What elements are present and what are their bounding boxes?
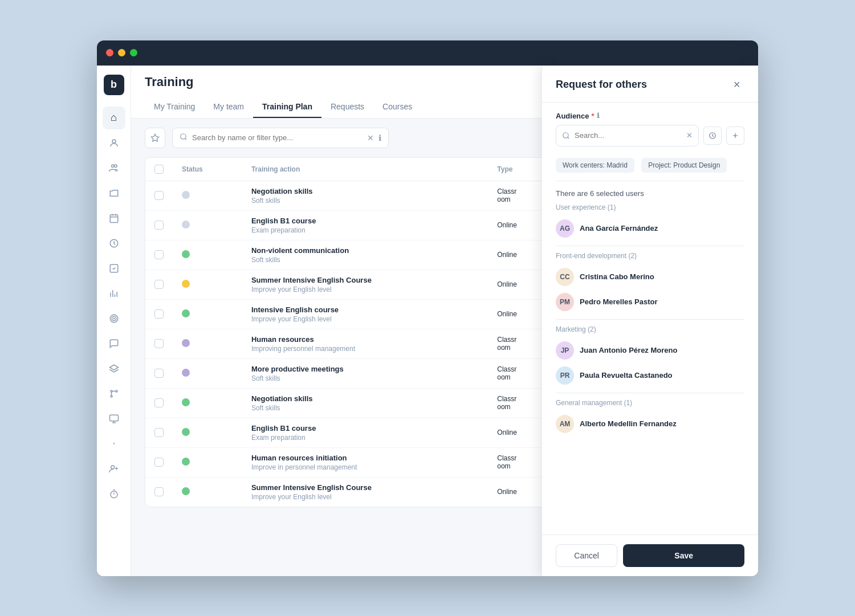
favorites-button[interactable] — [145, 128, 165, 148]
row-checkbox-5[interactable] — [154, 339, 164, 348]
app-logo: b — [104, 75, 124, 95]
training-sub-9: Improve in personnel management — [251, 463, 479, 471]
required-indicator: * — [592, 112, 595, 120]
fullscreen-traffic-light[interactable] — [130, 49, 137, 56]
save-button[interactable]: Save — [623, 544, 744, 567]
training-sub-0: Soft skills — [251, 197, 479, 205]
status-dot-8 — [182, 428, 190, 436]
select-all-checkbox[interactable] — [154, 165, 164, 174]
panel-body: Audience * ℹ ✕ — [542, 103, 758, 535]
col-status: Status — [173, 158, 242, 181]
group-label-1: Front-end development (2) — [556, 252, 744, 260]
user-avatar-2-1: PR — [556, 366, 574, 385]
sidebar-item-chat[interactable] — [103, 332, 125, 355]
sidebar-item-timer[interactable] — [103, 483, 125, 505]
row-checkbox-6[interactable] — [154, 369, 164, 378]
audience-clock-button[interactable] — [703, 127, 722, 145]
training-sub-3: Improve your English level — [251, 285, 479, 293]
audience-search-input[interactable] — [575, 131, 682, 140]
panel-close-button[interactable]: ✕ — [728, 77, 744, 93]
sidebar-item-target[interactable] — [103, 307, 125, 330]
sidebar-item-branches[interactable] — [103, 382, 125, 405]
row-checkbox-3[interactable] — [154, 280, 164, 289]
panel-footer: Cancel Save — [542, 535, 758, 576]
user-name-1-0: Cristina Cabo Merino — [580, 272, 654, 281]
search-bar[interactable]: ✕ ℹ — [172, 128, 389, 148]
sidebar: b ⌂ — [97, 66, 131, 576]
svg-marker-30 — [151, 134, 158, 141]
group-label-2: Marketing (2) — [556, 325, 744, 333]
svg-point-15 — [113, 318, 115, 319]
sidebar-item-user-add[interactable] — [103, 458, 125, 480]
sidebar-item-clock[interactable] — [103, 232, 125, 255]
row-checkbox-2[interactable] — [154, 250, 164, 259]
search-input[interactable] — [192, 133, 363, 142]
training-name-4: Intensive English course — [251, 305, 479, 314]
col-training-action: Training action — [242, 158, 488, 181]
tab-requests[interactable]: Requests — [321, 96, 373, 118]
selected-count: There are 6 selected users — [556, 189, 744, 198]
project-filter[interactable]: Project: Product Design — [641, 158, 727, 173]
sidebar-item-chart[interactable] — [103, 282, 125, 305]
training-name-2: Non-violent communication — [251, 246, 479, 255]
svg-line-34 — [568, 137, 569, 138]
user-avatar-0-0: AG — [556, 219, 574, 238]
tab-my-training[interactable]: My Training — [145, 96, 204, 118]
sidebar-item-calendar[interactable] — [103, 207, 125, 230]
tab-courses[interactable]: Courses — [373, 96, 421, 118]
audience-search-icon — [562, 132, 570, 140]
training-name-5: Human resources — [251, 335, 479, 344]
tab-training-plan[interactable]: Training Plan — [253, 96, 321, 118]
row-checkbox-7[interactable] — [154, 398, 164, 407]
status-dot-6 — [182, 369, 190, 377]
sidebar-item-person[interactable] — [103, 132, 125, 154]
svg-point-17 — [116, 390, 117, 392]
sidebar-item-alert[interactable] — [103, 433, 125, 455]
status-dot-3 — [182, 280, 190, 288]
sidebar-item-team[interactable] — [103, 157, 125, 180]
group-divider — [556, 246, 744, 246]
cancel-button[interactable]: Cancel — [556, 544, 617, 567]
search-info-icon[interactable]: ℹ — [378, 133, 381, 142]
user-name-1-1: Pedro Merelles Pastor — [580, 297, 658, 306]
audience-search-field[interactable]: ✕ — [556, 125, 699, 146]
audience-search-row: ✕ — [556, 125, 744, 146]
status-dot-4 — [182, 309, 190, 317]
group-label-3: General management (1) — [556, 399, 744, 407]
svg-point-18 — [111, 395, 112, 397]
audience-search-clear[interactable]: ✕ — [686, 131, 693, 140]
svg-point-2 — [114, 165, 117, 168]
row-checkbox-1[interactable] — [154, 221, 164, 230]
audience-info-icon[interactable]: ℹ — [597, 112, 600, 120]
panel-title: Request for others — [556, 79, 647, 91]
sidebar-item-check[interactable] — [103, 257, 125, 280]
sidebar-item-folder[interactable] — [103, 182, 125, 205]
svg-point-0 — [112, 140, 116, 143]
audience-field-label: Audience * ℹ — [556, 112, 744, 120]
training-name-9: Human resources initiation — [251, 454, 479, 462]
row-checkbox-8[interactable] — [154, 428, 164, 437]
user-item: AG Ana García Fernández — [556, 216, 744, 241]
user-groups: User experience (1) AG Ana García Fernán… — [556, 203, 744, 436]
row-checkbox-9[interactable] — [154, 458, 164, 467]
status-dot-7 — [182, 398, 190, 406]
audience-add-button[interactable] — [726, 127, 744, 145]
search-clear-icon[interactable]: ✕ — [367, 133, 374, 142]
work-centers-filter[interactable]: Work centers: Madrid — [556, 158, 634, 173]
sidebar-item-training[interactable] — [103, 357, 125, 380]
sidebar-item-display[interactable] — [103, 407, 125, 430]
svg-point-16 — [111, 390, 112, 392]
row-checkbox-10[interactable] — [154, 487, 164, 496]
request-panel: Request for others ✕ Audience * ℹ ✕ — [542, 66, 758, 576]
row-checkbox-0[interactable] — [154, 191, 164, 200]
user-avatar-1-1: PM — [556, 293, 574, 311]
minimize-traffic-light[interactable] — [118, 49, 125, 56]
row-checkbox-4[interactable] — [154, 309, 164, 319]
training-name-1: English B1 course — [251, 217, 479, 225]
tab-my-team[interactable]: My team — [204, 96, 253, 118]
training-name-0: Negotiation skills — [251, 187, 479, 195]
training-sub-7: Soft skills — [251, 404, 479, 412]
status-dot-10 — [182, 487, 190, 495]
sidebar-item-home[interactable]: ⌂ — [103, 107, 125, 129]
close-traffic-light[interactable] — [106, 49, 113, 56]
